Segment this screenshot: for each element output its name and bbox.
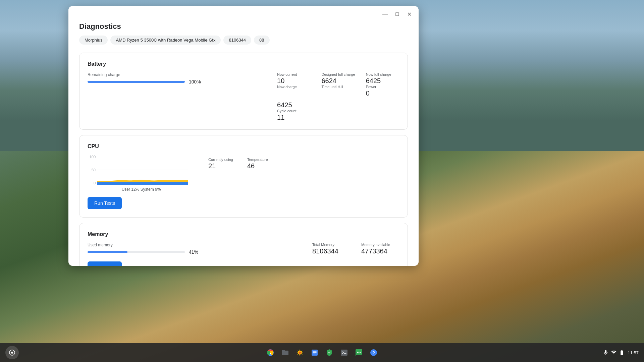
battery-designed-full-value: 6624 (321, 77, 355, 85)
svg-rect-9 (341, 350, 347, 356)
battery-progress-bg (88, 81, 185, 83)
chrome-icon[interactable] (264, 346, 277, 359)
chip-memory[interactable]: 8106344 (223, 36, 251, 45)
cpu-run-tests-button[interactable]: Run Tests (88, 197, 122, 209)
cpu-currently-using-value: 21 (208, 162, 236, 170)
battery-now-current: Now current 10 Now charge (277, 72, 311, 97)
minimize-button[interactable]: — (380, 9, 390, 19)
memory-run-tests-button[interactable]: Run Tests (88, 261, 122, 266)
battery-designed-full: Designed full charge 6624 Time until ful… (321, 72, 355, 97)
help-icon[interactable]: ? (367, 346, 380, 359)
cpu-axis-50: 50 (88, 168, 96, 172)
messages-icon[interactable] (352, 346, 366, 359)
memory-total-value: 8106344 (312, 247, 351, 255)
battery-cycle-count-num: 11 (277, 114, 311, 121)
svg-point-12 (360, 352, 361, 353)
battery-pct: 100% (189, 79, 201, 84)
battery-power-label: Power (366, 85, 399, 89)
memory-right: Total Memory 8106344 Memory available 47… (312, 243, 399, 255)
chip-cpu[interactable]: AMD Ryzen 5 3500C with Radeon Vega Mobil… (110, 36, 221, 45)
cpu-chart-wrapper: 100 50 0 (88, 155, 188, 185)
window-titlebar: — □ ✕ (68, 6, 419, 22)
memory-progress-container: 41% (88, 249, 299, 255)
cpu-temperature: Temperature 46 (247, 158, 275, 170)
battery-left: Remaining charge 100% (88, 72, 264, 86)
messages-svg (355, 349, 363, 357)
mic-icon (603, 350, 609, 356)
files-icon[interactable] (278, 346, 292, 359)
taskbar-time: 11:57 (628, 350, 639, 355)
memory-grid: Used memory 41% Run Tests Total Memory 8… (88, 243, 399, 266)
used-memory-label: Used memory (88, 243, 299, 247)
cpu-axis-100: 100 (88, 155, 96, 159)
memory-pct: 41% (189, 249, 198, 255)
cpu-card: CPU 100 50 0 (79, 135, 408, 218)
window-content: Diagnostics Morphius AMD Ryzen 5 3500C w… (68, 22, 419, 266)
launcher-icon[interactable] (5, 346, 19, 359)
chip-num[interactable]: 88 (254, 36, 269, 45)
battery-progress-fill (88, 81, 185, 83)
battery-progress-container: 100% (88, 79, 264, 84)
taskbar-left (5, 346, 19, 359)
battery-status-icon (619, 350, 625, 356)
maximize-button[interactable]: □ (392, 9, 402, 19)
cpu-chart-axis: 100 50 0 (88, 155, 96, 185)
taskbar: ? 11:57 (0, 343, 644, 362)
chip-morphius[interactable]: Morphius (79, 36, 108, 45)
battery-now-current-value: 10 (277, 77, 311, 85)
memory-title: Memory (88, 231, 399, 237)
cpu-chart-area: 100 50 0 (88, 155, 195, 209)
cpu-axis-0: 0 (88, 181, 96, 185)
battery-now-current-label: Now current (277, 72, 311, 76)
cpu-temperature-label: Temperature (247, 158, 275, 162)
cpu-currently-using-label: Currently using (208, 158, 236, 162)
cpu-right: Currently using 21 Temperature 46 (208, 158, 275, 170)
cpu-grid: 100 50 0 (88, 155, 399, 209)
network-icon (611, 350, 617, 356)
battery-cycle-count: 6425 Cycle count 11 (277, 101, 311, 121)
battery-time-until-label: Time until full (321, 85, 355, 89)
battery-now-charge-label: Now charge (277, 85, 311, 89)
battery-designed-full-label: Designed full charge (321, 72, 355, 76)
files-svg (281, 349, 289, 357)
battery-now-full-label: Now full charge (366, 72, 399, 76)
cpu-temperature-value: 46 (247, 162, 275, 170)
memory-progress-fill (88, 251, 127, 253)
battery-cycle-count-value: 6425 (277, 101, 311, 109)
photos-svg (296, 349, 304, 357)
terminal-svg (340, 349, 348, 357)
vpn-icon[interactable] (323, 346, 336, 359)
close-button[interactable]: ✕ (404, 9, 415, 19)
svg-point-11 (359, 352, 360, 353)
memory-total: Total Memory 8106344 (312, 243, 351, 255)
vpn-svg (325, 349, 333, 357)
memory-total-label: Total Memory (312, 243, 351, 247)
cpu-chart-svg (97, 155, 188, 185)
files2-svg (311, 349, 319, 357)
battery-title: Battery (88, 61, 399, 67)
memory-available-label: Memory available (361, 243, 399, 247)
cpu-title: CPU (88, 143, 399, 149)
terminal-icon[interactable] (337, 346, 351, 359)
memory-progress-bg (88, 251, 185, 253)
battery-cycle-count-label: Cycle count (277, 109, 311, 113)
memory-available: Memory available 4773364 (361, 243, 399, 255)
window-controls: — □ ✕ (380, 9, 415, 19)
chips-row: Morphius AMD Ryzen 5 3500C with Radeon V… (79, 36, 408, 45)
remaining-charge-label: Remaining charge (88, 72, 264, 77)
cpu-currently-using: Currently using 21 (208, 158, 236, 170)
files2-icon[interactable] (308, 346, 321, 359)
memory-available-value: 4773364 (361, 247, 399, 255)
taskbar-center: ? (264, 346, 380, 359)
svg-point-10 (357, 352, 358, 353)
battery-grid: Remaining charge 100% Now current 10 Now… (88, 72, 399, 121)
photos-icon[interactable] (293, 346, 307, 359)
cpu-chart-legend: User 12% System 9% (88, 187, 195, 192)
help-svg: ? (370, 349, 378, 357)
battery-right: Now current 10 Now charge Designed full … (277, 72, 399, 121)
memory-card: Memory Used memory 41% Run Tests Total M… (79, 223, 408, 266)
chrome-svg (266, 349, 274, 357)
page-title: Diagnostics (79, 22, 408, 31)
taskbar-right: 11:57 (603, 350, 639, 356)
battery-now-full-value: 6425 (366, 77, 399, 85)
